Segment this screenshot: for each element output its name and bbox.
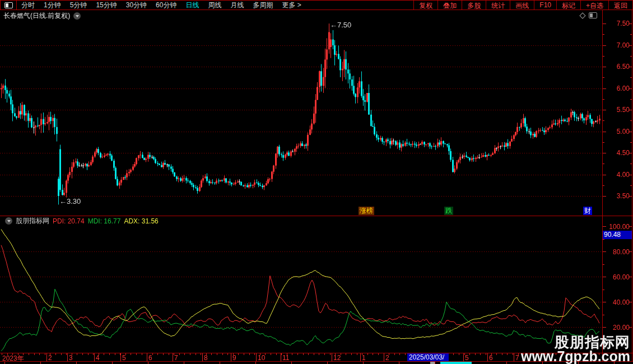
xaxis-month-label: 6: [148, 354, 152, 362]
watermark: 股朋指标网 www.7gpzb.com: [521, 335, 630, 363]
toolbar-tool-4[interactable]: 画线: [510, 1, 534, 10]
market-badge-1[interactable]: 跌: [444, 207, 453, 215]
indicator-axis-label: 20.00: [605, 324, 630, 332]
toolbar-period-9[interactable]: 多周期: [248, 1, 277, 10]
toolbar-period-0[interactable]: 分时: [17, 1, 39, 10]
title-dropdown-button[interactable]: [73, 12, 81, 20]
indicator-axis-label: 40.00: [605, 298, 630, 306]
xaxis-month-label: 5: [465, 354, 469, 362]
xaxis-month-label: 9: [232, 354, 236, 362]
low-annotation: ←3.30: [59, 197, 81, 206]
price-axis-label: 6.00: [605, 85, 630, 92]
toolbar-tool-5[interactable]: F10: [534, 1, 556, 10]
high-annotation: ←7.50: [330, 21, 351, 29]
xaxis-month-label: 2: [48, 354, 52, 362]
market-badge-0[interactable]: 涨榜: [359, 207, 374, 215]
indicator-header: 股朋指标网 PDI: 20.74 MDI: 16.77 ADX: 31.56: [2, 216, 159, 226]
xaxis-month-label: 10: [258, 354, 265, 362]
pane-icons: [580, 12, 597, 18]
indicator-axis-label: 60.00: [605, 273, 630, 281]
xaxis-month-label: 2023年: [2, 354, 24, 363]
market-badge-2[interactable]: 财: [583, 207, 592, 215]
price-axis-label: 5.50: [605, 106, 630, 114]
xaxis-month-label: 5: [122, 354, 126, 362]
yaxis-line: [602, 10, 603, 361]
indicator-axis-label: 100.00: [605, 223, 630, 231]
toolbar-period-5[interactable]: 60分钟: [151, 1, 181, 10]
toolbar-period-7[interactable]: 周线: [203, 1, 226, 10]
chevron-down-icon: [76, 15, 79, 17]
toolbar-tool-7[interactable]: +自选: [580, 1, 608, 10]
toolbar-period-1[interactable]: 1分钟: [39, 1, 66, 10]
toolbar-tool-0[interactable]: 复权: [413, 1, 437, 10]
toolbar-period-10[interactable]: 更多 >: [277, 1, 305, 10]
toolbar-period-8[interactable]: 月线: [226, 1, 248, 10]
toolbar-period-2[interactable]: 5分钟: [66, 1, 92, 10]
price-axis-label: 4.00: [605, 171, 630, 179]
xaxis-month-label: 8: [204, 354, 208, 362]
xaxis-month-label: 12: [333, 354, 341, 362]
xaxis-month-label: 2: [385, 354, 389, 362]
indicator-source-label: 股朋指标网: [16, 216, 49, 226]
top-toolbar: 分时1分钟5分钟15分钟30分钟60分钟日线周线月线多周期更多 > 复权叠加多股…: [0, 0, 633, 10]
price-axis-label: 7.50: [605, 20, 630, 27]
title-bar: 长春燃气(日线.前复权): [0, 11, 602, 21]
xaxis-month-label: 7: [174, 354, 178, 362]
toolbar-period-6[interactable]: 日线: [181, 1, 203, 10]
xaxis-month-label: 1: [362, 354, 366, 362]
watermark-url: www.7gpzb.com: [521, 349, 630, 363]
price-axis-label: 6.50: [605, 63, 630, 71]
price-axis-label: 7.00: [605, 41, 630, 49]
window-layout-button[interactable]: [0, 1, 17, 10]
price-axis-label: 4.50: [605, 149, 630, 157]
indicator-collapse-button[interactable]: [5, 217, 12, 225]
xaxis-month-label: 7: [515, 354, 519, 362]
xaxis-month-label: 3: [69, 354, 73, 362]
toolbar-tool-1[interactable]: 叠加: [437, 1, 462, 10]
toolbar-period-4[interactable]: 30分钟: [122, 1, 151, 10]
mdi-value-label: MDI: 16.77: [88, 217, 121, 225]
xaxis-month-label: 4: [96, 354, 100, 362]
period-menu: 分时1分钟5分钟15分钟30分钟60分钟日线周线月线多周期更多 >: [17, 1, 306, 10]
xaxis-month-label: 6: [489, 354, 493, 362]
pdi-value-label: PDI: 20.74: [53, 217, 85, 225]
watermark-brand: 股朋指标网: [521, 335, 630, 349]
split-view-icon[interactable]: [589, 12, 597, 18]
indicator-current-value-badge: 90.48: [603, 231, 632, 239]
indicator-axis-label: 80.00: [605, 248, 630, 256]
diamond-icon[interactable]: [579, 12, 585, 18]
tools-menu: 复权叠加多股统计画线F10标记+自选返回: [413, 1, 633, 10]
chart-canvas[interactable]: [0, 0, 633, 364]
split-pane-icon: [4, 2, 13, 8]
toolbar-tool-8[interactable]: 返回: [608, 1, 633, 10]
adx-value-label: ADX: 31.56: [124, 217, 158, 225]
app-window: 分时1分钟5分钟15分钟30分钟60分钟日线周线月线多周期更多 > 复权叠加多股…: [0, 0, 633, 364]
price-axis-label: 5.00: [605, 128, 630, 136]
toolbar-tool-6[interactable]: 标记: [556, 1, 580, 10]
toolbar-tool-2[interactable]: 多股: [462, 1, 486, 10]
toolbar-tool-3[interactable]: 统计: [486, 1, 510, 10]
toolbar-period-3[interactable]: 15分钟: [91, 1, 121, 10]
page-title: 长春燃气(日线.前复权): [0, 11, 70, 21]
right-border-line: [632, 10, 632, 361]
selected-date-badge: 2025/03/03/—: [407, 353, 449, 361]
xaxis-month-label: 11: [282, 354, 289, 362]
price-axis-label: 3.50: [605, 192, 630, 200]
chevron-down-icon: [7, 220, 11, 222]
